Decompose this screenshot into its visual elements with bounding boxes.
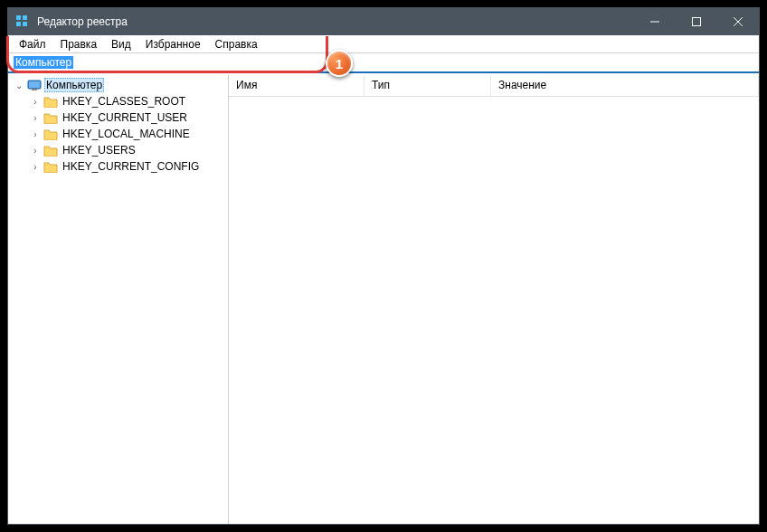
registry-editor-window: Редактор реестра Файл Правка Вид Избранн… — [7, 7, 760, 525]
expander-icon[interactable]: › — [30, 146, 41, 156]
list-header: Имя Тип Значение — [229, 75, 759, 97]
tree-key-current-config[interactable]: › HKEY_CURRENT_CONFIG — [24, 158, 228, 175]
folder-icon — [43, 128, 58, 140]
close-button[interactable] — [717, 8, 759, 35]
tree-key-local-machine[interactable]: › HKEY_LOCAL_MACHINE — [24, 126, 228, 142]
tree-label: HKEY_CURRENT_USER — [61, 111, 189, 124]
tree-key-classes-root[interactable]: › HKEY_CLASSES_ROOT — [24, 93, 228, 109]
menu-help[interactable]: Справка — [208, 36, 265, 52]
address-path: Компьютер — [14, 56, 73, 69]
tree-label: HKEY_CLASSES_ROOT — [61, 95, 187, 108]
expander-icon[interactable]: › — [30, 162, 41, 172]
tree-pane[interactable]: ⌄ Компьютер › HKEY_CLASSES_ROOT › — [8, 75, 229, 524]
tree-label: HKEY_USERS — [61, 144, 137, 157]
column-header-value[interactable]: Значение — [491, 75, 759, 96]
expander-icon[interactable]: › — [30, 129, 41, 139]
expander-icon[interactable]: ⌄ — [14, 81, 24, 90]
menu-edit[interactable]: Правка — [53, 36, 105, 52]
address-bar[interactable]: Компьютер — [8, 53, 759, 73]
app-icon — [15, 14, 30, 29]
list-pane[interactable]: Имя Тип Значение — [229, 75, 759, 524]
tree-label: HKEY_CURRENT_CONFIG — [61, 160, 201, 173]
menu-file[interactable]: Файл — [12, 36, 53, 52]
titlebar[interactable]: Редактор реестра — [8, 8, 759, 35]
svg-rect-9 — [29, 81, 40, 88]
column-header-name[interactable]: Имя — [229, 75, 365, 96]
svg-rect-2 — [16, 22, 21, 26]
tree-root-computer[interactable]: ⌄ Компьютер — [8, 77, 228, 93]
folder-icon — [43, 111, 58, 124]
svg-rect-5 — [693, 18, 701, 26]
svg-rect-0 — [16, 15, 21, 20]
minimize-button[interactable] — [634, 8, 676, 35]
tree-key-users[interactable]: › HKEY_USERS — [24, 142, 228, 158]
menubar: Файл Правка Вид Избранное Справка — [8, 35, 759, 53]
column-header-type[interactable]: Тип — [365, 75, 491, 96]
menu-favorites[interactable]: Избранное — [138, 36, 208, 52]
svg-rect-3 — [23, 22, 27, 26]
expander-icon[interactable]: › — [30, 113, 41, 123]
folder-icon — [43, 160, 58, 173]
svg-rect-10 — [32, 89, 37, 90]
tree-key-current-user[interactable]: › HKEY_CURRENT_USER — [24, 109, 228, 126]
tree-label: HKEY_LOCAL_MACHINE — [61, 128, 192, 140]
computer-icon — [27, 79, 42, 91]
folder-icon — [43, 144, 58, 157]
tree-label: Компьютер — [44, 78, 104, 92]
svg-rect-1 — [23, 15, 27, 20]
folder-icon — [43, 95, 58, 108]
expander-icon[interactable]: › — [30, 97, 41, 107]
annotation-callout-1: 1 — [326, 50, 353, 77]
menu-view[interactable]: Вид — [104, 36, 138, 52]
window-title: Редактор реестра — [37, 15, 128, 28]
maximize-button[interactable] — [676, 8, 717, 35]
